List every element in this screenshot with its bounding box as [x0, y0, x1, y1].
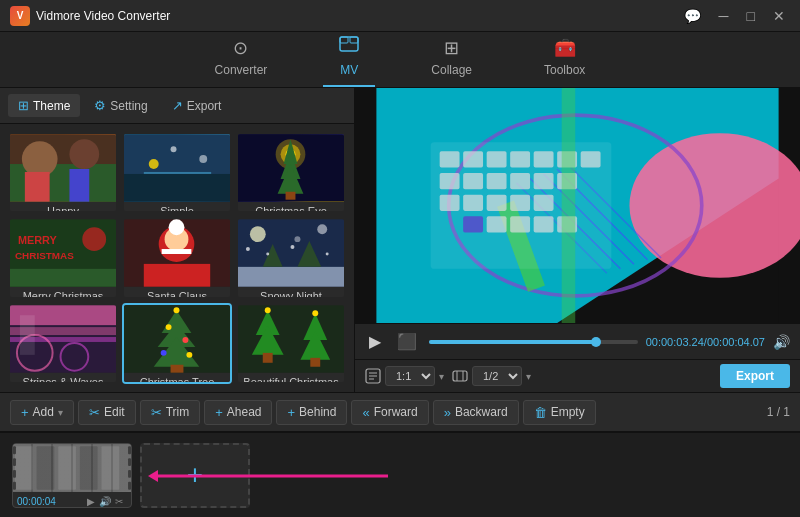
page-indicator: 1 / 1	[767, 405, 790, 419]
forward-label: Forward	[374, 405, 418, 419]
svg-point-57	[166, 324, 172, 330]
zoom-icon	[365, 368, 381, 384]
behind-icon: +	[287, 405, 295, 420]
add-button[interactable]: + Add ▾	[10, 400, 74, 425]
right-panel: ▶ ⬛ 00:00:03.24/00:00:04.07 🔊 1:1 1:2	[355, 88, 800, 392]
theme-happy[interactable]: Happy	[8, 132, 118, 213]
tab-toolbox-label: Toolbox	[544, 63, 585, 77]
zoom-chevron: ▾	[439, 371, 444, 382]
theme-christmas-tree[interactable]: Christmas Tree	[122, 303, 232, 384]
tab-toolbox[interactable]: 🧰 Toolbox	[528, 29, 601, 87]
ahead-button[interactable]: + Ahead	[204, 400, 272, 425]
theme-snowy-night[interactable]: Snowy Night	[236, 217, 346, 298]
svg-text:MERRY: MERRY	[18, 234, 58, 246]
theme-grid-icon: ⊞	[18, 98, 29, 113]
empty-button[interactable]: 🗑 Empty	[523, 400, 596, 425]
backward-label: Backward	[455, 405, 508, 419]
maximize-button[interactable]: □	[742, 6, 760, 26]
minimize-button[interactable]: ─	[714, 6, 734, 26]
theme-beautiful-christmas[interactable]: Beautiful Christmas	[236, 303, 346, 384]
behind-button[interactable]: + Behind	[276, 400, 347, 425]
tab-mv[interactable]: MV	[323, 26, 375, 87]
svg-rect-111	[453, 371, 467, 381]
toolbar: + Add ▾ ✂ Edit ✂ Trim + Ahead + Behind «…	[0, 392, 800, 432]
theme-merry-christmas-thumb: MERRY CHRISTMAS	[10, 219, 116, 287]
converter-icon: ⊙	[233, 37, 248, 59]
theme-simple-thumb	[124, 134, 230, 202]
volume-icon[interactable]: 🔊	[773, 334, 790, 350]
svg-rect-86	[510, 151, 530, 167]
svg-point-69	[265, 307, 271, 313]
svg-point-26	[82, 228, 106, 252]
panel-tab-export[interactable]: ↗ Export	[162, 94, 232, 117]
trim-button[interactable]: ✂ Trim	[140, 400, 201, 425]
theme-stripes-waves[interactable]: Stripes & Waves	[8, 303, 118, 384]
svg-rect-10	[124, 174, 230, 202]
panel-tab-theme[interactable]: ⊞ Theme	[8, 94, 80, 117]
backward-button[interactable]: » Backward	[433, 400, 519, 425]
forward-button[interactable]: « Forward	[351, 400, 428, 425]
svg-rect-38	[238, 267, 344, 287]
theme-snowy-night-label: Snowy Night	[238, 287, 344, 298]
panel-tab-export-label: Export	[187, 99, 222, 113]
zoom-controls: 1:1 1:2 1:4 ▾ 1/2 1/4 ▾ Export	[355, 359, 800, 392]
edit-button[interactable]: ✂ Edit	[78, 400, 136, 425]
progress-handle[interactable]	[591, 337, 601, 347]
svg-rect-106	[562, 88, 576, 323]
theme-beautiful-christmas-label: Beautiful Christmas	[238, 373, 344, 384]
fit-icon	[452, 368, 468, 384]
svg-rect-90	[440, 173, 460, 189]
svg-rect-0	[340, 37, 358, 51]
add-clip-button[interactable]: +	[140, 443, 250, 508]
theme-beautiful-christmas-thumb	[238, 305, 344, 373]
svg-rect-99	[510, 195, 530, 211]
close-button[interactable]: ✕	[768, 6, 790, 26]
progress-fill	[429, 340, 596, 344]
clip-filmstrip	[13, 444, 131, 492]
export-button[interactable]: Export	[720, 364, 790, 388]
toolbox-icon: 🧰	[554, 37, 576, 59]
svg-text:CHRISTMAS: CHRISTMAS	[15, 250, 74, 261]
theme-merry-christmas[interactable]: MERRY CHRISTMAS Merry Christmas	[8, 217, 118, 298]
zoom-ratio-select[interactable]: 1:1 1:2 1:4	[385, 366, 435, 386]
svg-rect-89	[581, 151, 601, 167]
tab-converter[interactable]: ⊙ Converter	[199, 29, 284, 87]
playback-controls: ▶ ⬛ 00:00:03.24/00:00:04.07 🔊	[355, 323, 800, 359]
zoom-group-2: 1/2 1/4 ▾	[452, 366, 531, 386]
panel-tabs: ⊞ Theme ⚙ Setting ↗ Export	[0, 88, 354, 124]
svg-point-61	[174, 307, 180, 313]
svg-rect-98	[487, 195, 507, 211]
theme-simple[interactable]: Simple	[122, 132, 232, 213]
theme-christmas-eve[interactable]: Christmas Eve	[236, 132, 346, 213]
svg-rect-8	[69, 169, 89, 202]
panel-tab-setting[interactable]: ⚙ Setting	[84, 94, 157, 117]
tab-collage[interactable]: ⊞ Collage	[415, 29, 488, 87]
clip-scissors-icon[interactable]: ✂	[115, 496, 123, 507]
svg-rect-101	[463, 216, 483, 232]
clip-play-icon[interactable]: ▶	[87, 496, 95, 507]
play-button[interactable]: ▶	[365, 330, 385, 353]
fit-ratio-select[interactable]: 1/2 1/4	[472, 366, 522, 386]
behind-label: Behind	[299, 405, 336, 419]
chat-icon[interactable]: 💬	[679, 6, 706, 26]
timeline-clip[interactable]: ✕	[12, 443, 132, 508]
edit-label: Edit	[104, 405, 125, 419]
tab-collage-label: Collage	[431, 63, 472, 77]
theme-christmas-eve-label: Christmas Eve	[238, 202, 344, 213]
stop-button[interactable]: ⬛	[393, 330, 421, 353]
svg-rect-68	[310, 357, 320, 366]
svg-rect-100	[534, 195, 554, 211]
svg-rect-62	[238, 305, 344, 372]
clip-audio-icon[interactable]: 🔊	[99, 496, 111, 507]
theme-santa-claus[interactable]: Santa Claus	[122, 217, 232, 298]
panel-tab-theme-label: Theme	[33, 99, 70, 113]
svg-rect-14	[144, 172, 211, 174]
svg-point-41	[246, 247, 250, 251]
tab-mv-label: MV	[340, 63, 358, 77]
svg-point-59	[161, 350, 167, 356]
zoom-group-1: 1:1 1:2 1:4 ▾	[365, 366, 444, 386]
clip-thumbnail	[13, 444, 131, 492]
svg-rect-93	[510, 173, 530, 189]
progress-bar[interactable]	[429, 340, 638, 344]
svg-rect-94	[534, 173, 554, 189]
